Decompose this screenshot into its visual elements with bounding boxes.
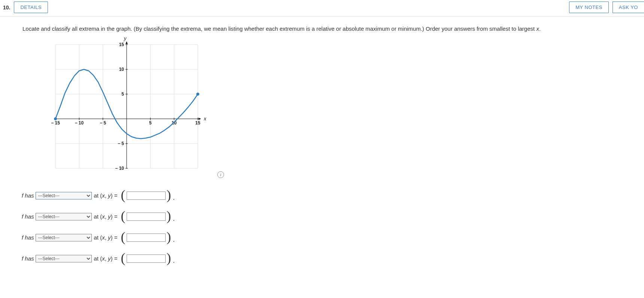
svg-text:10: 10 bbox=[172, 120, 177, 126]
svg-text:y: y bbox=[123, 37, 127, 41]
extrema-select[interactable]: ---Select--- bbox=[36, 213, 92, 220]
svg-point-40 bbox=[197, 93, 199, 95]
period: . bbox=[173, 236, 175, 244]
period: . bbox=[173, 194, 175, 202]
info-icon[interactable]: i bbox=[217, 171, 224, 178]
f-has-label: f has bbox=[22, 192, 34, 199]
extrema-select-wrap: ---Select--- bbox=[36, 234, 92, 241]
answer-rows: f has ---Select--- at (x, y) = ().f has … bbox=[22, 186, 644, 268]
xy-input[interactable] bbox=[127, 213, 166, 221]
right-buttons: MY NOTES ASK YO bbox=[569, 1, 644, 13]
ask-teacher-button[interactable]: ASK YO bbox=[613, 1, 644, 13]
period: . bbox=[173, 257, 175, 265]
svg-text:10: 10 bbox=[119, 67, 124, 72]
question-content: Locate and classify all extrema in the g… bbox=[0, 16, 644, 268]
period: . bbox=[173, 215, 175, 223]
at-xy-label: at (x, y) = bbox=[94, 213, 118, 220]
f-has-label: f has bbox=[22, 234, 34, 241]
svg-text:15: 15 bbox=[119, 42, 124, 47]
f-has-label: f has bbox=[22, 213, 34, 220]
svg-text:− 10: − 10 bbox=[115, 166, 124, 171]
extrema-select-wrap: ---Select--- bbox=[36, 255, 92, 262]
at-xy-label: at (x, y) = bbox=[94, 192, 118, 199]
answer-row: f has ---Select--- at (x, y) = (). bbox=[22, 228, 644, 247]
question-prompt: Locate and classify all extrema in the g… bbox=[22, 25, 644, 33]
answer-row: f has ---Select--- at (x, y) = (). bbox=[22, 249, 644, 268]
svg-text:− 10: − 10 bbox=[75, 120, 84, 126]
svg-text:− 5: − 5 bbox=[100, 120, 106, 126]
xy-input[interactable] bbox=[127, 255, 166, 263]
graph: − 15− 10− 551015− 10− 551015xy i bbox=[37, 37, 209, 180]
extrema-select-wrap: ---Select--- bbox=[36, 192, 92, 199]
my-notes-button[interactable]: MY NOTES bbox=[569, 1, 609, 13]
at-xy-label: at (x, y) = bbox=[94, 255, 118, 262]
svg-text:− 5: − 5 bbox=[118, 141, 124, 146]
prompt-text: Locate and classify all extrema in the g… bbox=[22, 25, 536, 32]
svg-marker-14 bbox=[126, 42, 128, 44]
extrema-select-wrap: ---Select--- bbox=[36, 213, 92, 220]
f-has-label: f has bbox=[22, 255, 34, 262]
svg-text:x: x bbox=[203, 115, 206, 121]
svg-marker-13 bbox=[199, 118, 201, 120]
at-xy-label: at (x, y) = bbox=[94, 234, 118, 241]
svg-text:15: 15 bbox=[195, 120, 200, 126]
question-header: 10. DETAILS MY NOTES ASK YO bbox=[0, 0, 644, 16]
extrema-select[interactable]: ---Select--- bbox=[36, 234, 92, 241]
svg-text:− 15: − 15 bbox=[51, 120, 60, 126]
xy-input[interactable] bbox=[127, 234, 166, 242]
svg-text:5: 5 bbox=[121, 91, 124, 97]
answer-row: f has ---Select--- at (x, y) = (). bbox=[22, 186, 644, 205]
prompt-end: . bbox=[539, 25, 541, 32]
svg-point-39 bbox=[54, 117, 57, 120]
extrema-select[interactable]: ---Select--- bbox=[36, 255, 92, 262]
question-number: 10. bbox=[3, 1, 14, 10]
extrema-select[interactable]: ---Select--- bbox=[36, 192, 92, 199]
prompt-var: x bbox=[536, 25, 539, 32]
answer-row: f has ---Select--- at (x, y) = (). bbox=[22, 207, 644, 226]
svg-text:5: 5 bbox=[149, 120, 152, 126]
chart-svg: − 15− 10− 551015− 10− 551015xy bbox=[37, 37, 209, 180]
xy-input[interactable] bbox=[127, 192, 166, 200]
details-button[interactable]: DETAILS bbox=[14, 1, 48, 13]
